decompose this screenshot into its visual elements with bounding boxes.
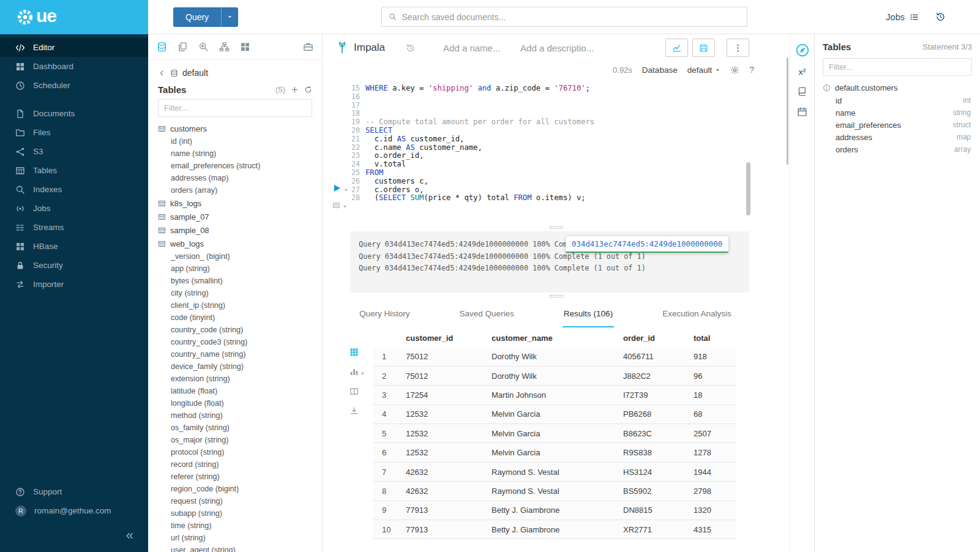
- info-icon[interactable]: [823, 84, 831, 92]
- sidebar-item-scheduler[interactable]: Scheduler: [0, 76, 148, 95]
- assist-column[interactable]: request (string): [158, 495, 322, 507]
- execute-options-caret[interactable]: [343, 187, 349, 193]
- sidebar-collapse-button[interactable]: «: [126, 529, 133, 542]
- column-header[interactable]: customer_id: [400, 329, 485, 347]
- sidebar-item-tables[interactable]: Tables: [0, 161, 148, 180]
- assist-column[interactable]: id (int): [158, 135, 322, 147]
- assist-column[interactable]: method (string): [158, 409, 322, 422]
- assist-column[interactable]: orders (array): [158, 184, 322, 196]
- code-editor[interactable]: 15WHERE a.key = 'shipping' and a.zip_cod…: [323, 78, 790, 224]
- query-name-input[interactable]: [443, 43, 512, 53]
- assist-table-customers[interactable]: customers: [158, 122, 322, 135]
- settings-gear-icon[interactable]: [730, 65, 739, 75]
- table-row[interactable]: 512532Melvin GarciaB8623C2507: [373, 424, 736, 443]
- editor-options-caret[interactable]: [342, 204, 348, 209]
- assist-collections-icon[interactable]: [303, 42, 313, 52]
- history-icon[interactable]: [935, 12, 946, 22]
- assist-sql-icon[interactable]: [157, 42, 167, 52]
- table-row[interactable]: 412532Melvin GarciaPB626868: [373, 405, 736, 423]
- table-row[interactable]: 977913Betty J. GiambroneDN88151320: [373, 501, 736, 520]
- resize-handle-bottom[interactable]: [323, 293, 790, 300]
- sidebar-item-security[interactable]: Security: [0, 256, 148, 275]
- tab-results-106[interactable]: Results (106): [563, 301, 614, 327]
- download-icon[interactable]: [350, 406, 359, 416]
- tab-query-history[interactable]: Query History: [358, 301, 411, 327]
- assist-column[interactable]: os_family (string): [158, 422, 322, 434]
- assist-s3-icon[interactable]: [240, 42, 250, 52]
- assist-column[interactable]: _version_ (bigint): [158, 250, 322, 263]
- query-description-input[interactable]: [520, 43, 596, 53]
- refresh-icon[interactable]: [304, 86, 312, 94]
- assist-column[interactable]: code (tinyint): [158, 311, 322, 324]
- sidebar-item-hbase[interactable]: HBase: [0, 237, 148, 256]
- hue-logo[interactable]: ue: [0, 0, 148, 34]
- assist-column[interactable]: longitude (float): [158, 397, 322, 409]
- sidebar-item-support[interactable]: Support: [0, 482, 148, 501]
- editor-options-icon[interactable]: [332, 201, 340, 209]
- table-row[interactable]: 317254Martin JohnsonI72T3918: [373, 386, 736, 405]
- language-reference-icon[interactable]: [797, 86, 807, 97]
- back-chevron-icon[interactable]: [158, 69, 166, 77]
- assist-column[interactable]: device_family (string): [158, 360, 322, 373]
- assist-table-web_logs[interactable]: web_logs: [158, 237, 322, 250]
- tab-execution-analysis[interactable]: Execution Analysis: [661, 301, 733, 327]
- assist-column[interactable]: addresses (map): [158, 172, 322, 184]
- column-header[interactable]: customer_name: [485, 329, 617, 347]
- assist-column[interactable]: city (string): [158, 287, 322, 299]
- help-icon[interactable]: ?: [749, 65, 754, 75]
- new-query-button[interactable]: Query: [173, 7, 238, 27]
- right-filter-input[interactable]: [823, 58, 972, 76]
- query-history-toggle-icon[interactable]: [406, 43, 415, 53]
- table-row[interactable]: 842632Raymond S. VestalBS59022798: [373, 482, 736, 501]
- assist-column[interactable]: os_major (string): [158, 434, 322, 446]
- sidebar-item-importer[interactable]: Importer: [0, 275, 148, 294]
- save-button[interactable]: [692, 39, 715, 57]
- assist-column[interactable]: name (string): [158, 147, 322, 160]
- column-header[interactable]: total: [687, 329, 736, 347]
- sidebar-item-editor[interactable]: Editor: [0, 38, 148, 57]
- chart-view-caret[interactable]: [360, 371, 365, 376]
- chart-button[interactable]: [665, 39, 688, 57]
- functions-icon[interactable]: x2: [798, 67, 806, 76]
- assist-search-icon[interactable]: [198, 42, 209, 52]
- more-actions-button[interactable]: [727, 39, 749, 57]
- table-row[interactable]: 612532Melvin GarciaR9S8381278: [373, 443, 736, 462]
- sidebar-item-indexes[interactable]: Indexes: [0, 180, 148, 199]
- assist-column[interactable]: region_code (bigint): [158, 483, 322, 495]
- database-selector[interactable]: default: [687, 65, 721, 75]
- global-search[interactable]: [381, 7, 747, 27]
- assist-column[interactable]: client_ip (string): [158, 299, 322, 311]
- assist-documents-icon[interactable]: [178, 42, 188, 52]
- right-column-row[interactable]: addressesmap: [823, 131, 972, 143]
- assist-column[interactable]: app (string): [158, 263, 322, 275]
- resize-handle-top[interactable]: [323, 224, 790, 231]
- sidebar-item-user[interactable]: R romain@gethue.com: [0, 501, 148, 520]
- assist-table-sample_07[interactable]: sample_07: [158, 210, 322, 223]
- assist-column[interactable]: record (string): [158, 458, 322, 471]
- assist-column[interactable]: email_preferences (struct): [158, 160, 322, 172]
- assist-hdfs-icon[interactable]: [219, 42, 230, 52]
- engine-name[interactable]: Impala: [354, 42, 385, 54]
- assist-column[interactable]: protocol (string): [158, 446, 322, 458]
- search-input[interactable]: [402, 12, 740, 22]
- assist-column[interactable]: time (string): [158, 520, 322, 532]
- table-row[interactable]: 175012Dorothy Wilk4056711918: [373, 347, 736, 366]
- column-header[interactable]: order_id: [617, 329, 687, 347]
- sidebar-item-files[interactable]: Files: [0, 123, 148, 142]
- assist-filter-input[interactable]: [158, 99, 312, 117]
- sidebar-item-streams[interactable]: Streams: [0, 218, 148, 237]
- pane-scrollbar[interactable]: [787, 58, 788, 165]
- right-column-row[interactable]: ordersarray: [823, 143, 972, 155]
- columns-view-icon[interactable]: [350, 387, 359, 396]
- assist-column[interactable]: extension (string): [158, 373, 322, 385]
- assist-column[interactable]: latitude (float): [158, 385, 322, 397]
- sidebar-item-jobs[interactable]: Jobs: [0, 199, 148, 218]
- chart-view-icon[interactable]: [350, 367, 359, 376]
- assist-column[interactable]: country_name (string): [158, 348, 322, 360]
- schedule-icon[interactable]: [797, 106, 807, 117]
- assist-column[interactable]: url (string): [158, 532, 322, 544]
- assist-column[interactable]: user_agent (string): [158, 544, 322, 552]
- right-column-row[interactable]: namestring: [823, 106, 972, 119]
- jobs-link[interactable]: Jobs: [886, 12, 919, 22]
- query-type-dropdown[interactable]: [221, 7, 238, 27]
